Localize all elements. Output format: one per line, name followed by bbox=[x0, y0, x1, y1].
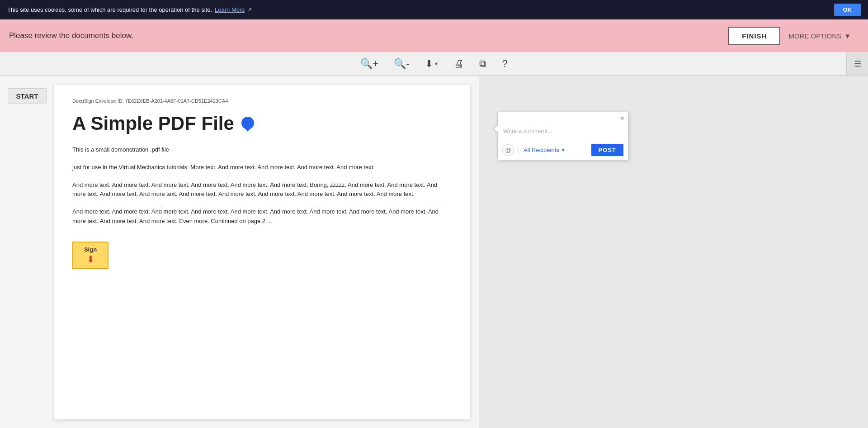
comment-input[interactable] bbox=[498, 122, 628, 140]
start-area: START bbox=[0, 76, 54, 428]
sidebar-toggle-button[interactable]: ☰ bbox=[846, 52, 868, 75]
cookie-message: This site uses cookies, some of which ar… bbox=[7, 6, 212, 13]
review-text: Please review the documents below. bbox=[9, 31, 133, 40]
start-button[interactable]: START bbox=[8, 88, 47, 104]
vertical-divider bbox=[518, 146, 518, 155]
main-content: START DocuSign Envelope ID: 7E62E6EB-A20… bbox=[0, 76, 868, 428]
comment-actions: @ All Recipients ▼ POST bbox=[498, 140, 628, 160]
recipients-dropdown-button[interactable]: All Recipients ▼ bbox=[522, 146, 567, 154]
sign-label: Sign bbox=[84, 246, 97, 253]
chevron-down-icon: ▼ bbox=[844, 32, 851, 40]
download-icon: ⬇ bbox=[425, 58, 433, 70]
zoom-out-icon: 🔍- bbox=[394, 58, 409, 70]
view-button[interactable]: ⧉ bbox=[476, 56, 490, 71]
toolbar: 🔍+ 🔍- ⬇ ▼ 🖨 ⧉ ? ☰ bbox=[0, 52, 868, 76]
cookie-banner: This site uses cookies, some of which ar… bbox=[0, 0, 868, 19]
cookie-ok-button[interactable]: OK bbox=[834, 4, 861, 16]
view-icon: ⧉ bbox=[479, 58, 486, 70]
comment-panel: × @ All Recipients ▼ POST bbox=[497, 112, 628, 160]
pdf-viewer: DocuSign Envelope ID: 7E62E6EB-A201-4A6F… bbox=[54, 76, 479, 428]
comment-bubble-icon[interactable] bbox=[241, 117, 254, 129]
comment-close-button[interactable]: × bbox=[620, 114, 625, 122]
zoom-in-button[interactable]: 🔍+ bbox=[357, 56, 382, 71]
download-button[interactable]: ⬇ ▼ bbox=[421, 56, 443, 71]
chevron-down-icon: ▼ bbox=[434, 61, 439, 67]
review-actions: FINISH MORE OPTIONS ▼ bbox=[728, 27, 859, 45]
more-options-button[interactable]: MORE OPTIONS ▼ bbox=[780, 28, 859, 44]
comment-panel-header: × bbox=[498, 112, 628, 122]
cookie-text: This site uses cookies, some of which ar… bbox=[7, 6, 252, 13]
pdf-paragraph-1: This is a small demonstration .pdf file … bbox=[72, 145, 452, 155]
print-icon: 🖨 bbox=[454, 58, 464, 70]
sidebar-icon: ☰ bbox=[854, 59, 861, 69]
comment-arrow bbox=[494, 124, 499, 133]
at-icon: @ bbox=[505, 147, 511, 153]
comment-actions-left: @ All Recipients ▼ bbox=[502, 144, 567, 156]
help-button[interactable]: ? bbox=[498, 56, 511, 71]
finish-button[interactable]: FINISH bbox=[728, 27, 780, 45]
envelope-id: DocuSign Envelope ID: 7E62E6EB-A201-4A6F… bbox=[72, 98, 452, 104]
pdf-document: DocuSign Envelope ID: 7E62E6EB-A201-4A6F… bbox=[54, 85, 470, 419]
pdf-title: A Simple PDF File bbox=[72, 113, 452, 134]
sign-download-icon: ⬇ bbox=[87, 254, 94, 265]
pdf-paragraph-3: And more text. And more text. And more t… bbox=[72, 181, 452, 200]
zoom-out-button[interactable]: 🔍- bbox=[390, 56, 413, 71]
chevron-down-icon: ▼ bbox=[561, 147, 566, 152]
zoom-in-icon: 🔍+ bbox=[360, 58, 378, 70]
learn-more-link[interactable]: Learn More bbox=[215, 6, 245, 13]
right-area: × @ All Recipients ▼ POST bbox=[479, 76, 868, 428]
help-icon: ? bbox=[502, 58, 507, 70]
pdf-paragraph-4: And more text. And more text. And more t… bbox=[72, 207, 452, 226]
mention-button[interactable]: @ bbox=[502, 144, 514, 156]
sign-field[interactable]: Sign ⬇ bbox=[72, 242, 108, 269]
external-link-icon: ↗ bbox=[248, 7, 252, 13]
post-comment-button[interactable]: POST bbox=[591, 144, 623, 156]
print-button[interactable]: 🖨 bbox=[450, 56, 467, 71]
review-banner: Please review the documents below. FINIS… bbox=[0, 19, 868, 52]
pdf-paragraph-2: just for use in the Virtual Mechanics tu… bbox=[72, 163, 452, 172]
